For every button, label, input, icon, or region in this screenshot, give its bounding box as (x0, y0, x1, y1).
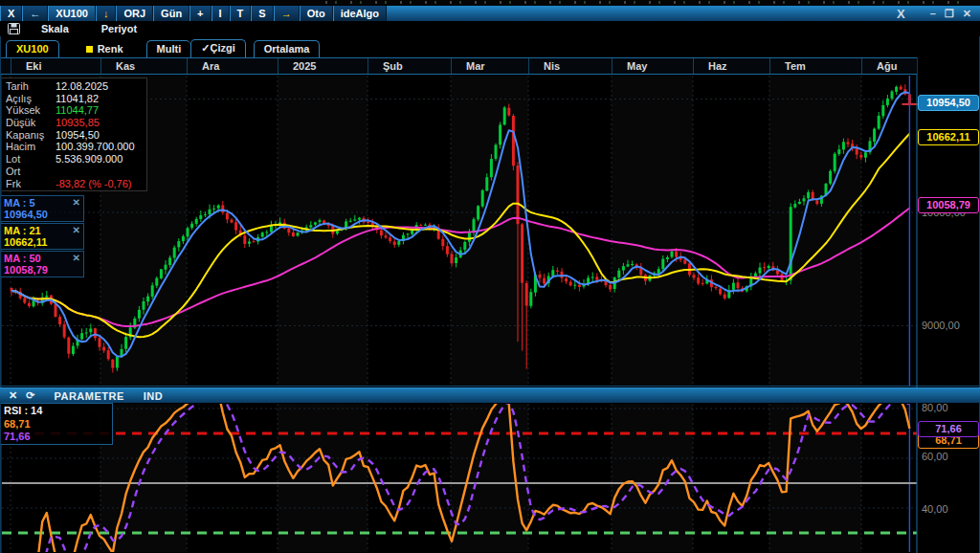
month-separator (693, 58, 694, 74)
menu-bar: Skala Periyot (0, 21, 980, 36)
time-axis[interactable]: EkiKasAra2025ŞubMarNisMayHazTemAğu (0, 57, 917, 75)
ma21-label: MA : 21 (4, 225, 41, 236)
indicator-close-icon[interactable]: ✕ (9, 389, 17, 402)
month-label: Haz (708, 60, 727, 72)
tab-cizgi-label: Çizgi (210, 42, 234, 54)
month-label: Eki (26, 60, 42, 72)
toolbar-close-button[interactable]: X (0, 6, 22, 21)
month-separator (278, 58, 278, 74)
month-label: Kas (116, 60, 135, 72)
orj-button[interactable]: ORJ (116, 6, 153, 21)
month-label: Tem (785, 60, 806, 72)
tab-ortalama[interactable]: Ortalama (254, 40, 321, 57)
ma50-value: 10058,79 (4, 264, 80, 276)
quote-row: Kapanış10954,50 (6, 129, 146, 142)
ma21-price-badge: 10662,11 (918, 129, 979, 145)
month-separator (769, 58, 770, 74)
tabs-row: XU100 Renk Multi ✓Çizgi Ortalama (0, 36, 980, 57)
month-label: Şub (383, 60, 403, 72)
renk-legend[interactable]: Renk (86, 43, 123, 55)
rsi-label: RSI : 14 (4, 405, 108, 418)
rsi-axis-tick: 80,00 (922, 402, 948, 413)
month-separator (612, 58, 612, 74)
close-window-icon[interactable]: X (897, 7, 905, 21)
month-separator (100, 58, 101, 74)
tab-symbol-xu100[interactable]: XU100 (6, 40, 59, 57)
ma5-label: MA : 5 (4, 197, 35, 209)
s-button[interactable]: S (251, 6, 273, 21)
quote-row: Açılış11041,82 (6, 93, 146, 105)
chart-toolbar: X ← XU100 ↓ ORJ Gün + I T S → Oto ideAlg… (0, 6, 387, 21)
color-swatch-icon (86, 46, 93, 53)
tab-multi[interactable]: Multi (146, 40, 191, 57)
ma50-close-icon[interactable]: ✕ (73, 253, 80, 264)
rsi-axis-tick: 40,00 (922, 503, 948, 515)
symbol-button[interactable]: XU100 (48, 6, 96, 21)
month-separator (187, 58, 188, 74)
indicator-refresh-icon[interactable]: ⟳ (26, 389, 34, 402)
titlebar-right: X – ❐ ✕ (387, 6, 980, 21)
period-gun-button[interactable]: Gün (153, 6, 189, 21)
ind-menu[interactable]: IND (144, 390, 163, 402)
quote-row: Hacim100.399.700.000 (6, 141, 146, 153)
month-label: Ara (202, 60, 219, 72)
quote-row: Tarih12.08.2025 (6, 80, 146, 93)
ma5-value: 10964,50 (4, 209, 80, 220)
menu-skala[interactable]: Skala (41, 23, 69, 34)
save-floppy-icon[interactable] (8, 23, 20, 34)
renk-label: Renk (98, 43, 123, 55)
idealgo-chart-window: X ← XU100 ↓ ORJ Gün + I T S → Oto ideAlg… (0, 0, 980, 553)
trend-t-button[interactable]: T (230, 6, 252, 21)
idealgo-button[interactable]: ideAlgo (333, 6, 387, 21)
back-arrow-button[interactable]: ← (22, 6, 48, 21)
oto-button[interactable]: Oto (300, 6, 333, 21)
quote-row: Frk-83,82 (% -0,76) (6, 178, 146, 190)
quote-row: Ort (6, 166, 146, 178)
quote-panel: Tarih12.08.2025 Açılış11041,82 Yüksek110… (2, 77, 147, 191)
rsi-axis-tick: 60,00 (922, 451, 948, 462)
ma21-close-icon[interactable]: ✕ (73, 225, 80, 236)
month-separator (861, 58, 862, 74)
ma5-close-icon[interactable]: ✕ (73, 197, 80, 209)
ma5-legend-box: MA : 5✕ 10964,50 (0, 195, 84, 222)
month-separator (451, 58, 452, 74)
down-arrow-button[interactable]: ↓ (96, 6, 117, 21)
indicator-header-bar: ✕ ⟳ PARAMETRE IND (0, 387, 980, 403)
month-label: 2025 (293, 60, 316, 72)
month-separator (11, 58, 11, 74)
titlebar: X ← XU100 ↓ ORJ Gün + I T S → Oto ideAlg… (0, 6, 980, 21)
month-separator (368, 58, 368, 74)
indicator-i-button[interactable]: I (212, 6, 230, 21)
tab-cizgi[interactable]: ✓Çizgi (190, 39, 246, 57)
background-text-fragments (325, 1, 967, 4)
ma50-label: MA : 50 (4, 253, 41, 264)
ma21-legend-box: MA : 21✕ 10662,11 (0, 223, 84, 250)
rsi-signal-value: 71,66 (4, 431, 108, 444)
month-label: Nis (544, 60, 560, 72)
menu-periyot[interactable]: Periyot (101, 23, 137, 34)
rsi-value: 68,71 (4, 418, 108, 431)
month-separator (528, 58, 529, 74)
ma50-price-badge: 10058,79 (918, 197, 979, 213)
quote-row: Düşük10935,85 (6, 117, 146, 129)
month-label: Mar (466, 60, 485, 72)
month-label: May (627, 60, 647, 72)
maximize-icon[interactable]: ❐ (945, 8, 954, 20)
close-icon[interactable]: ✕ (963, 8, 971, 20)
minimize-icon[interactable]: – (930, 8, 936, 19)
ma50-legend-box: MA : 50✕ 10058,79 (0, 251, 84, 277)
quote-row: Yüksek11044,77 (6, 104, 146, 117)
rsi-signal-badge: 71,66 (918, 421, 979, 437)
plus-button[interactable]: + (189, 6, 211, 21)
parametre-menu[interactable]: PARAMETRE (54, 390, 123, 402)
forward-arrow-button[interactable]: → (274, 6, 300, 21)
rsi-legend-box: RSI : 14 68,71 71,66 (0, 403, 113, 445)
price-axis-tick: 9000,00 (922, 320, 960, 331)
ma21-value: 10662,11 (4, 236, 80, 248)
last-price-badge: 10954,50 (918, 95, 979, 111)
month-label: Ağu (877, 60, 897, 72)
quote-row: Lot5.536.909.000 (6, 153, 146, 166)
